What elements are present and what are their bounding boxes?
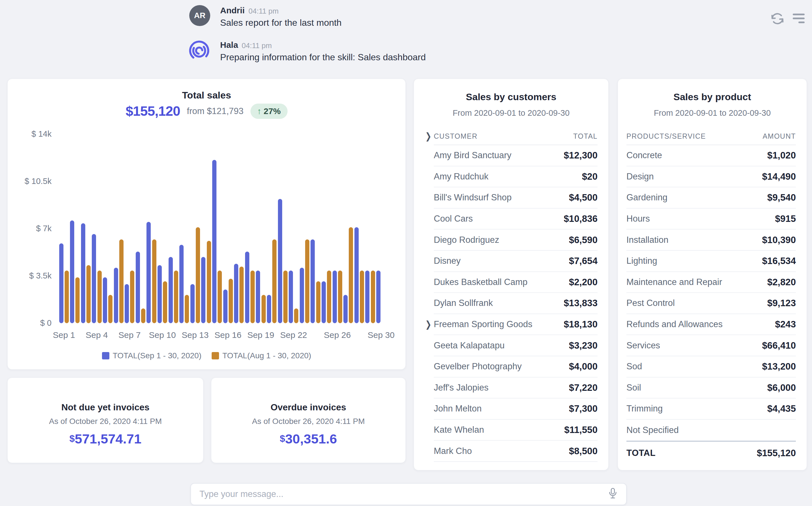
chevron-right-icon[interactable]: ❯: [425, 131, 432, 142]
product-row[interactable]: Lighting$16,534: [626, 251, 796, 272]
bar-current-sep-1[interactable]: [59, 243, 63, 323]
product-row[interactable]: Hours$915: [626, 208, 796, 230]
legend-label: TOTAL(Aug 1 - 30, 2020): [222, 351, 311, 360]
bar-current-sep-6[interactable]: [114, 268, 118, 323]
bar-current-sep-30[interactable]: [376, 270, 381, 323]
refresh-icon[interactable]: [770, 11, 785, 27]
bar-current-sep-2[interactable]: [70, 221, 74, 323]
bar-current-sep-13[interactable]: [190, 284, 195, 323]
product-row[interactable]: Pest Control$9,123: [626, 293, 796, 314]
bar-current-sep-17[interactable]: [234, 264, 238, 323]
bar-previous-sep-10[interactable]: [163, 281, 167, 323]
product-row[interactable]: Refunds and Allowances$243: [626, 314, 796, 335]
bar-previous-sep-13[interactable]: [196, 227, 200, 323]
legend-swatch-icon: [212, 352, 219, 359]
product-row[interactable]: Gardening$9,540: [626, 187, 796, 208]
customer-row[interactable]: Jeff's Jalopies$7,220: [434, 377, 598, 399]
bar-previous-sep-25[interactable]: [327, 270, 331, 323]
legend-item[interactable]: TOTAL(Aug 1 - 30, 2020): [212, 351, 311, 360]
bar-current-sep-23[interactable]: [300, 268, 304, 323]
product-row[interactable]: Concrete$1,020: [626, 145, 796, 166]
customer-row[interactable]: Amy Rudchuk$20: [434, 166, 598, 188]
customer-row[interactable]: Cool Cars$10,836: [434, 208, 598, 230]
bar-previous-sep-2[interactable]: [75, 277, 80, 323]
customer-row[interactable]: Amy Bird Sanctuary$12,300: [434, 145, 598, 166]
bar-current-sep-3[interactable]: [81, 223, 85, 323]
bar-current-sep-22[interactable]: [289, 270, 293, 323]
chevron-right-icon[interactable]: ❯: [425, 319, 431, 330]
bar-previous-sep-4[interactable]: [97, 270, 102, 323]
bar-previous-sep-12[interactable]: [185, 295, 189, 323]
product-row[interactable]: Services$66,410: [626, 335, 796, 356]
bar-current-sep-27[interactable]: [343, 295, 348, 323]
bar-previous-sep-26[interactable]: [338, 270, 342, 323]
bar-previous-sep-16[interactable]: [229, 279, 233, 323]
bar-current-sep-14[interactable]: [201, 257, 205, 323]
bar-current-sep-5[interactable]: [103, 277, 107, 323]
customer-row[interactable]: Disney$7,654: [434, 251, 598, 272]
bar-current-sep-18[interactable]: [245, 252, 249, 323]
bar-previous-sep-7[interactable]: [130, 270, 134, 323]
bar-previous-sep-8[interactable]: [141, 309, 145, 323]
bar-current-sep-12[interactable]: [179, 245, 184, 323]
bar-previous-sep-3[interactable]: [86, 265, 91, 323]
customer-row[interactable]: Geeta Kalapatapu$3,230: [434, 335, 598, 356]
bar-previous-sep-9[interactable]: [152, 239, 156, 323]
bar-previous-sep-29[interactable]: [371, 270, 375, 323]
bar-current-sep-10[interactable]: [157, 265, 162, 323]
product-row[interactable]: Installation$10,390: [626, 230, 796, 251]
customer-row[interactable]: Dylan Sollfrank$13,833: [434, 293, 598, 314]
product-row[interactable]: Maintenance and Repair$2,820: [626, 272, 796, 293]
legend-item[interactable]: TOTAL(Sep 1 - 30, 2020): [102, 351, 201, 360]
bar-previous-sep-11[interactable]: [174, 270, 178, 323]
product-row[interactable]: Soil$6,000: [626, 377, 796, 399]
bar-previous-sep-19[interactable]: [262, 295, 266, 323]
customer-row[interactable]: Bill's Windsurf Shop$4,500: [434, 187, 598, 208]
customer-row[interactable]: Gevelber Photography$4,000: [434, 356, 598, 377]
bar-previous-sep-17[interactable]: [240, 267, 244, 323]
bar-previous-sep-14[interactable]: [207, 241, 211, 323]
customer-row[interactable]: ❯Freeman Sporting Goods$18,130: [434, 314, 598, 335]
bar-previous-sep-1[interactable]: [65, 270, 69, 323]
bar-current-sep-15[interactable]: [212, 160, 216, 323]
message-input[interactable]: [199, 489, 608, 499]
bar-previous-sep-24[interactable]: [316, 281, 321, 323]
bar-current-sep-20[interactable]: [267, 295, 271, 323]
product-row[interactable]: Trimming$4,435: [626, 399, 796, 420]
product-amount: $10,390: [762, 235, 796, 245]
menu-icon[interactable]: [792, 13, 805, 25]
bar-current-sep-7[interactable]: [125, 284, 129, 323]
bar-current-sep-24[interactable]: [311, 239, 315, 323]
bar-current-sep-19[interactable]: [256, 270, 260, 323]
microphone-icon[interactable]: [608, 487, 618, 501]
bar-previous-sep-15[interactable]: [218, 270, 222, 323]
customer-row[interactable]: John Melton$7,300: [434, 399, 598, 420]
customer-row[interactable]: Mark Cho$8,500: [434, 441, 598, 462]
product-row[interactable]: Not Specified: [626, 420, 796, 441]
bar-current-sep-9[interactable]: [146, 222, 151, 323]
bar-current-sep-26[interactable]: [333, 270, 337, 323]
bar-previous-sep-20[interactable]: [272, 239, 276, 323]
bar-current-sep-28[interactable]: [354, 227, 359, 323]
bar-current-sep-4[interactable]: [92, 234, 96, 323]
bar-previous-sep-22[interactable]: [294, 309, 298, 323]
bar-current-sep-29[interactable]: [365, 270, 369, 323]
customer-row[interactable]: Dukes Basketball Camp$2,200: [434, 272, 598, 293]
bar-current-sep-11[interactable]: [168, 257, 173, 323]
bar-previous-sep-6[interactable]: [119, 239, 124, 323]
customer-row[interactable]: Diego Rodriguez$6,590: [434, 230, 598, 251]
bar-previous-sep-27[interactable]: [349, 227, 353, 323]
product-row[interactable]: Sod$13,200: [626, 356, 796, 377]
bar-current-sep-21[interactable]: [278, 199, 282, 323]
bar-previous-sep-23[interactable]: [305, 239, 310, 323]
bar-current-sep-8[interactable]: [136, 252, 140, 323]
bar-previous-sep-18[interactable]: [251, 270, 255, 323]
bar-previous-sep-21[interactable]: [283, 270, 287, 323]
bar-current-sep-25[interactable]: [322, 281, 326, 323]
bar-previous-sep-5[interactable]: [108, 295, 113, 323]
product-row[interactable]: Design$14,490: [626, 166, 796, 188]
bar-current-sep-16[interactable]: [223, 289, 227, 323]
customer-row[interactable]: Kate Whelan$11,550: [434, 420, 598, 441]
total-sales-previous: from $121,793: [187, 106, 244, 116]
bar-previous-sep-28[interactable]: [360, 270, 364, 323]
